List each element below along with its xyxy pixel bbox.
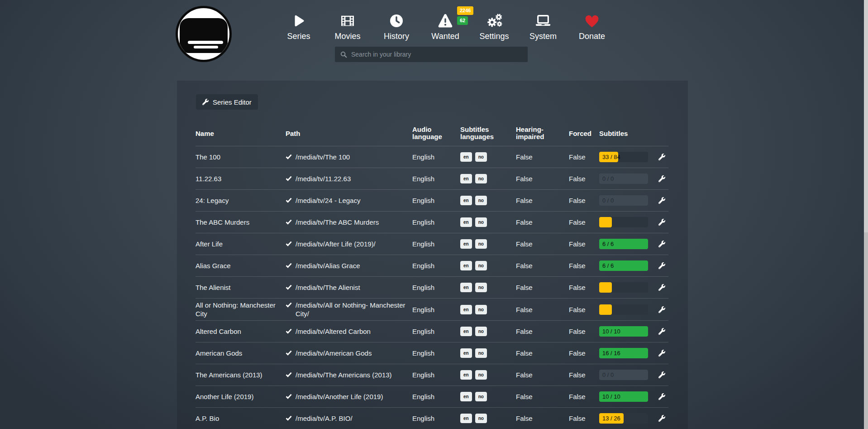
progress-label: 13 / 26 bbox=[602, 413, 620, 424]
subtitle-languages: enno bbox=[460, 196, 516, 205]
scrollbar[interactable] bbox=[864, 0, 868, 429]
language-badge-no: no bbox=[475, 239, 487, 249]
gears-icon bbox=[486, 11, 502, 28]
series-name: After Life bbox=[196, 240, 286, 248]
edit-series-button[interactable] bbox=[655, 241, 668, 247]
edit-series-button[interactable] bbox=[655, 415, 668, 422]
column-header: Subtitles languages bbox=[460, 126, 516, 140]
edit-series-button[interactable] bbox=[655, 175, 668, 182]
series-path: /media/tv/After Life (2019)/ bbox=[286, 240, 412, 248]
play-icon bbox=[292, 11, 305, 28]
audio-language: English bbox=[412, 328, 460, 335]
film-icon bbox=[340, 11, 355, 28]
series-name: Alias Grace bbox=[196, 261, 286, 270]
forced-value: False bbox=[569, 218, 599, 226]
language-badge-no: no bbox=[475, 217, 487, 227]
hearing-impaired-value: False bbox=[516, 371, 569, 379]
subtitles-progress: 6 / 6 bbox=[599, 239, 648, 249]
edit-series-button[interactable] bbox=[655, 197, 668, 204]
subtitles-progress bbox=[599, 304, 648, 315]
hearing-impaired-value: False bbox=[516, 262, 569, 270]
audio-language: English bbox=[412, 218, 460, 226]
audio-language: English bbox=[412, 240, 460, 248]
nav-item-wanted[interactable]: 224662Wanted bbox=[424, 11, 466, 41]
series-name: American Gods bbox=[196, 349, 286, 357]
series-name: Altered Carbon bbox=[196, 327, 286, 336]
language-badge-no: no bbox=[475, 305, 487, 314]
edit-series-button[interactable] bbox=[655, 371, 668, 378]
audio-language: English bbox=[412, 371, 460, 379]
nav-item-history[interactable]: History bbox=[376, 11, 417, 41]
audio-language: English bbox=[412, 415, 460, 422]
subtitle-languages: enno bbox=[460, 283, 516, 292]
audio-language: English bbox=[412, 393, 460, 400]
language-badge-no: no bbox=[475, 348, 487, 358]
edit-series-button[interactable] bbox=[655, 393, 668, 400]
language-badge-en: en bbox=[460, 261, 472, 270]
series-row: The Alienist/media/tv/The AlienistEnglis… bbox=[196, 277, 668, 299]
forced-value: False bbox=[569, 284, 599, 291]
hearing-impaired-value: False bbox=[516, 415, 569, 422]
series-path: /media/tv/All or Nothing- Manchester Cit… bbox=[286, 301, 412, 318]
edit-series-button[interactable] bbox=[655, 154, 668, 160]
nav-item-system[interactable]: System bbox=[522, 11, 564, 41]
edit-series-button[interactable] bbox=[655, 219, 668, 226]
check-icon bbox=[286, 371, 292, 379]
progress-label: 16 / 16 bbox=[602, 348, 620, 358]
check-icon bbox=[286, 301, 292, 309]
search-box[interactable] bbox=[335, 47, 528, 62]
subtitle-languages: enno bbox=[460, 152, 516, 162]
forced-value: False bbox=[569, 393, 599, 400]
series-name: The ABC Murders bbox=[196, 218, 286, 227]
audio-language: English bbox=[412, 197, 460, 204]
warning-triangle-icon bbox=[438, 11, 453, 28]
language-badge-en: en bbox=[460, 414, 472, 423]
bazarr-logo[interactable] bbox=[176, 6, 232, 62]
wanted-badge-1: 62 bbox=[457, 16, 468, 25]
laptop-icon bbox=[535, 11, 551, 28]
table-header: NamePathAudio languageSubtitles language… bbox=[196, 121, 668, 146]
progress-label: 6 / 6 bbox=[602, 260, 614, 271]
nav-item-series[interactable]: Series bbox=[278, 11, 320, 41]
column-header: Hearing-impaired bbox=[516, 126, 569, 140]
language-badge-no: no bbox=[475, 174, 487, 183]
series-path: /media/tv/A.P. BIO/ bbox=[286, 414, 412, 423]
nav-item-movies[interactable]: Movies bbox=[327, 11, 368, 41]
nav-label: Settings bbox=[479, 32, 509, 41]
wanted-badge-0: 2246 bbox=[457, 6, 473, 15]
hearing-impaired-value: False bbox=[516, 349, 569, 357]
hearing-impaired-value: False bbox=[516, 328, 569, 335]
subtitles-progress: 10 / 10 bbox=[599, 326, 648, 337]
series-path: /media/tv/Alias Grace bbox=[286, 261, 412, 270]
language-badge-no: no bbox=[475, 414, 487, 423]
table-body: The 100/media/tv/The 100EnglishennoFalse… bbox=[196, 146, 668, 429]
check-icon bbox=[286, 349, 292, 357]
language-badge-en: en bbox=[460, 152, 472, 162]
edit-series-button[interactable] bbox=[655, 350, 668, 357]
edit-series-button[interactable] bbox=[655, 306, 668, 313]
progress-label: 6 / 6 bbox=[602, 239, 614, 249]
search-input[interactable] bbox=[351, 51, 522, 58]
language-badge-en: en bbox=[460, 305, 472, 314]
edit-series-button[interactable] bbox=[655, 262, 668, 269]
subtitles-progress: 13 / 26 bbox=[599, 413, 648, 424]
series-path: /media/tv/American Gods bbox=[286, 349, 412, 357]
progress-label: 33 / 84 bbox=[602, 152, 620, 162]
series-editor-button[interactable]: Series Editor bbox=[196, 94, 258, 110]
edit-series-button[interactable] bbox=[655, 284, 668, 291]
language-badge-en: en bbox=[460, 196, 472, 205]
column-header: Subtitles bbox=[599, 130, 655, 137]
language-badge-en: en bbox=[460, 283, 472, 292]
main-nav: SeriesMoviesHistory224662WantedSettingsS… bbox=[278, 11, 613, 41]
nav-item-settings[interactable]: Settings bbox=[473, 11, 515, 41]
series-row: Another Life (2019)/media/tv/Another Lif… bbox=[196, 386, 668, 408]
wrench-icon bbox=[202, 99, 209, 105]
nav-item-donate[interactable]: Donate bbox=[571, 11, 613, 41]
check-icon bbox=[286, 218, 292, 227]
subtitles-progress: 0 / 0 bbox=[599, 174, 648, 184]
check-icon bbox=[286, 392, 292, 401]
edit-series-button[interactable] bbox=[655, 328, 668, 335]
scrollbar-thumb[interactable] bbox=[864, 0, 868, 232]
series-row: The Americans (2013)/media/tv/The Americ… bbox=[196, 364, 668, 386]
forced-value: False bbox=[569, 349, 599, 357]
